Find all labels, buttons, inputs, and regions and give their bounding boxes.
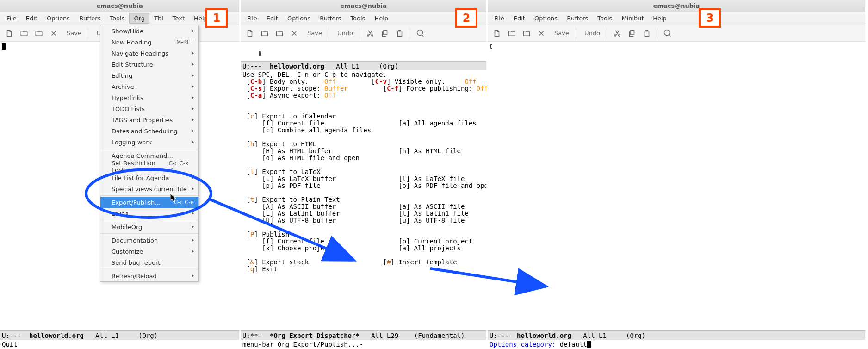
- menu-edit[interactable]: Edit: [509, 13, 530, 24]
- export-dispatcher[interactable]: Use SPC, DEL, C-n or C-p to navigate. [C…: [241, 70, 486, 330]
- menu-org[interactable]: Org: [129, 13, 149, 24]
- menu-options[interactable]: Options: [283, 13, 315, 24]
- undo-button[interactable]: Undo: [580, 27, 603, 40]
- menu-buffers[interactable]: Buffers: [74, 13, 105, 24]
- save-label: Save: [67, 30, 81, 37]
- kill-buffer-button[interactable]: [535, 27, 548, 40]
- menu-options[interactable]: Options: [530, 13, 562, 24]
- paste-button[interactable]: [640, 27, 653, 40]
- ml-post: All L29 (Fundamental): [360, 332, 465, 339]
- menu-help[interactable]: Help: [648, 13, 671, 24]
- paste-button[interactable]: [393, 27, 406, 40]
- undo-label: Undo: [584, 30, 600, 37]
- save-button[interactable]: Save: [550, 27, 572, 40]
- text-cursor: [587, 341, 591, 348]
- org-menu-mobileorg[interactable]: MobileOrg: [100, 221, 198, 232]
- submenu-arrow-icon: [192, 85, 194, 88]
- ml-pre: U:---: [242, 62, 270, 70]
- menu-edit[interactable]: Edit: [21, 13, 42, 24]
- menu-buffers[interactable]: Buffers: [315, 13, 346, 24]
- menu-tools[interactable]: Tools: [346, 13, 370, 24]
- open-folder-button[interactable]: [273, 27, 286, 40]
- modeline-1: U:--- helloworld.org All L1 (Org): [0, 330, 239, 340]
- open-folder-button[interactable]: [18, 27, 31, 40]
- org-menu-new-heading[interactable]: New HeadingM-RET: [100, 37, 198, 48]
- minibuf-3[interactable]: Options category: default: [488, 340, 865, 349]
- open-folder-button[interactable]: [258, 27, 271, 40]
- minibuf-1[interactable]: Quit: [0, 340, 239, 349]
- org-menu-archive[interactable]: Archive: [100, 81, 198, 92]
- menu-options[interactable]: Options: [42, 13, 74, 24]
- block-char: ▯: [490, 42, 493, 50]
- menu-tools[interactable]: Tools: [105, 13, 129, 24]
- ml-file: helloworld.org: [517, 332, 571, 339]
- org-menu-latex[interactable]: LaTeX: [100, 208, 198, 219]
- toolbar-separator: [576, 28, 576, 39]
- menu-label: Show/Hide: [112, 28, 143, 35]
- org-menu-documentation[interactable]: Documentation: [100, 235, 198, 246]
- submenu-arrow-icon: [192, 212, 194, 215]
- org-menu-special-views-current-file[interactable]: Special views current file: [100, 183, 198, 194]
- menu-file[interactable]: File: [242, 13, 262, 24]
- menu-separator: [100, 233, 198, 234]
- submenu-arrow-icon: [192, 29, 194, 33]
- ml-post: All L1 (Org): [84, 332, 158, 339]
- org-menu-send-bug-report[interactable]: Send bug report: [100, 257, 198, 268]
- org-menu-export-publish[interactable]: Export/Publish...C-c C-e: [100, 197, 198, 208]
- org-menu-dates-and-scheduling[interactable]: Dates and Scheduling: [100, 125, 198, 137]
- kill-buffer-button[interactable]: [47, 27, 60, 40]
- save-button[interactable]: Save: [62, 27, 84, 40]
- copy-button[interactable]: [378, 27, 391, 40]
- menu-text[interactable]: Text: [168, 13, 189, 24]
- org-menu-refresh-reload[interactable]: Refresh/Reload: [100, 270, 198, 281]
- org-menu-editing[interactable]: Editing: [100, 70, 198, 81]
- copy-button[interactable]: [626, 27, 639, 40]
- menu-buffers[interactable]: Buffers: [562, 13, 593, 24]
- new-file-button[interactable]: [3, 27, 16, 40]
- org-menu-customize[interactable]: Customize: [100, 246, 198, 257]
- org-menu-logging-work[interactable]: Logging work: [100, 137, 198, 148]
- toolbar-separator: [360, 28, 360, 39]
- org-menu-show-hide[interactable]: Show/Hide: [100, 25, 198, 37]
- minibuf-2[interactable]: menu-bar Org Export/Publish...-: [241, 340, 486, 349]
- save-button[interactable]: Save: [303, 27, 325, 40]
- menu-minibuf[interactable]: Minibuf: [617, 13, 648, 24]
- cut-button[interactable]: [611, 27, 624, 40]
- submenu-arrow-icon: [192, 225, 194, 229]
- open-folder-button[interactable]: [505, 27, 518, 40]
- ml-post: All L1 (Org): [571, 332, 645, 339]
- annotation-step-3: 3: [699, 8, 721, 28]
- menu-file[interactable]: File: [490, 13, 509, 24]
- editor-3[interactable]: ▯: [488, 42, 865, 330]
- ml-file: helloworld.org: [29, 332, 84, 339]
- menu-separator: [100, 220, 198, 220]
- menu-tbl[interactable]: Tbl: [149, 13, 168, 24]
- org-menu-todo-lists[interactable]: TODO Lists: [100, 103, 198, 114]
- open-folder-button[interactable]: [520, 27, 533, 40]
- undo-label: Undo: [337, 30, 353, 37]
- search-button[interactable]: [661, 27, 674, 40]
- org-menu-file-list-for-agenda[interactable]: File List for Agenda: [100, 172, 198, 183]
- search-button[interactable]: [414, 27, 427, 40]
- menu-tools[interactable]: Tools: [593, 13, 617, 24]
- menu-edit[interactable]: Edit: [262, 13, 283, 24]
- menu-help[interactable]: Help: [370, 13, 393, 24]
- undo-button[interactable]: Undo: [333, 27, 356, 40]
- kill-buffer-button[interactable]: [288, 27, 301, 40]
- cut-button[interactable]: [364, 27, 377, 40]
- toolbar-3: SaveUndo: [488, 25, 865, 42]
- new-file-button[interactable]: [243, 27, 256, 40]
- menu-label: Archive: [112, 83, 134, 90]
- menu-file[interactable]: File: [2, 13, 21, 24]
- org-menu-hyperlinks[interactable]: Hyperlinks: [100, 92, 198, 103]
- open-folder-button[interactable]: [32, 27, 45, 40]
- menu-label: Refresh/Reload: [112, 273, 157, 280]
- editor-upper[interactable]: ▯: [241, 42, 486, 61]
- titlebar: emacs@nubia: [0, 0, 239, 12]
- org-menu-set-restriction-lock[interactable]: Set Restriction LockC-c C-x <: [100, 161, 198, 172]
- new-file-button[interactable]: [490, 27, 503, 40]
- org-menu-edit-structure[interactable]: Edit Structure: [100, 59, 198, 70]
- menu-label: Edit Structure: [112, 61, 153, 68]
- org-menu-navigate-headings[interactable]: Navigate Headings: [100, 48, 198, 59]
- org-menu-tags-and-properties[interactable]: TAGS and Properties: [100, 114, 198, 125]
